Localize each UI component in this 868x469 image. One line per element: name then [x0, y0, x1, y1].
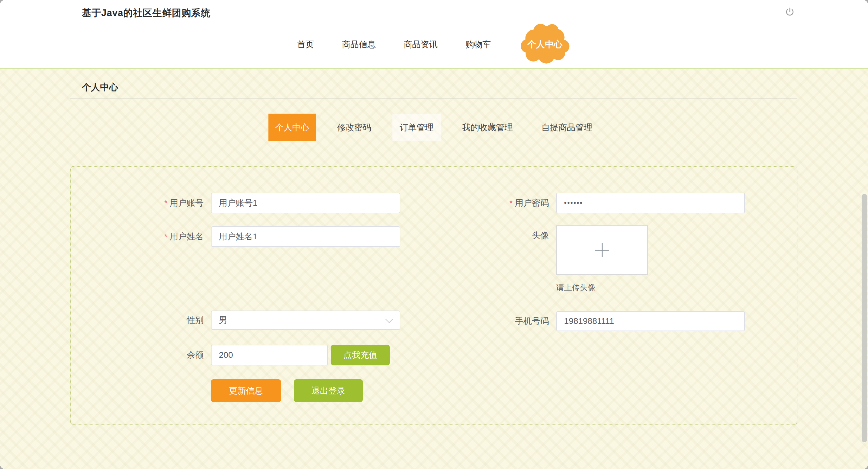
tab-personal-center[interactable]: 个人中心 — [269, 114, 316, 141]
chevron-down-icon — [385, 315, 393, 323]
profile-form-panel: *用户账号 *用户密码 *用户姓名 头像 请上传头像 性别 男 手机号码 余额 … — [70, 166, 797, 425]
nav-item-home[interactable]: 首页 — [297, 39, 314, 50]
update-info-button[interactable]: 更新信息 — [211, 379, 281, 402]
gender-selected-value: 男 — [219, 314, 227, 326]
password-label: *用户密码 — [452, 193, 549, 213]
password-input[interactable] — [556, 193, 745, 213]
required-asterisk: * — [164, 198, 167, 208]
balance-input[interactable] — [211, 345, 328, 365]
phone-label: 手机号码 — [452, 311, 549, 331]
profile-tabs: 个人中心 修改密码 订单管理 我的收藏管理 自提商品管理 — [269, 114, 600, 141]
nav-item-product-news[interactable]: 商品资讯 — [404, 39, 438, 50]
page-title: 个人中心 — [82, 81, 118, 94]
logout-power-button[interactable] — [784, 7, 795, 18]
phone-input[interactable] — [556, 311, 745, 331]
recharge-button[interactable]: 点我充值 — [331, 345, 390, 365]
logout-button[interactable]: 退出登录 — [294, 379, 363, 402]
avatar-upload-hint: 请上传头像 — [556, 282, 595, 293]
nav-item-product-info[interactable]: 商品信息 — [342, 39, 376, 50]
avatar-label: 头像 — [452, 225, 549, 246]
name-label: *用户姓名 — [107, 226, 204, 247]
balance-label: 余额 — [107, 345, 204, 365]
site-title: 基于Java的社区生鲜团购系统 — [82, 7, 211, 20]
account-input[interactable] — [211, 193, 400, 213]
name-input[interactable] — [211, 226, 400, 247]
tab-favorites-management[interactable]: 我的收藏管理 — [455, 114, 520, 141]
power-icon — [784, 7, 795, 18]
heading-divider — [70, 98, 797, 99]
scrollbar-thumb[interactable] — [862, 194, 867, 442]
gender-select[interactable]: 男 — [211, 311, 400, 330]
required-asterisk: * — [509, 198, 513, 208]
tab-pickup-goods-management[interactable]: 自提商品管理 — [534, 114, 600, 141]
nav-item-personal-center[interactable]: 个人中心 — [519, 22, 571, 68]
tab-order-management[interactable]: 订单管理 — [393, 114, 441, 141]
header: 基于Java的社区生鲜团购系统 首页 商品信息 商品资讯 购物车 — [0, 0, 868, 69]
account-label: *用户账号 — [107, 193, 204, 213]
required-asterisk: * — [164, 232, 167, 241]
gender-label: 性别 — [107, 311, 204, 330]
nav-item-cart[interactable]: 购物车 — [466, 39, 491, 50]
tab-change-password[interactable]: 修改密码 — [330, 114, 378, 141]
avatar-upload-box[interactable] — [556, 225, 648, 275]
main-nav: 首页 商品信息 商品资讯 购物车 — [297, 29, 571, 60]
nav-item-label: 个人中心 — [527, 38, 562, 51]
page-container: 基于Java的社区生鲜团购系统 首页 商品信息 商品资讯 购物车 — [0, 0, 868, 469]
